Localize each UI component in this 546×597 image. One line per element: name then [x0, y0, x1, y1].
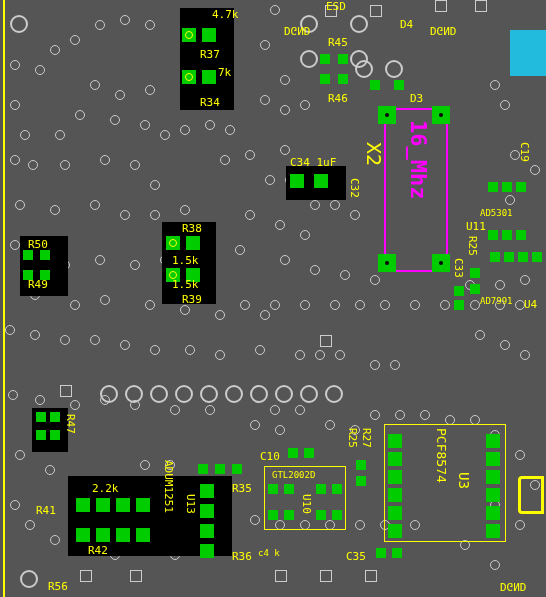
via-square: [275, 570, 287, 582]
via: [145, 20, 155, 30]
via-square: [130, 570, 142, 582]
via: [370, 360, 380, 370]
via-square: [320, 335, 332, 347]
via-large: [325, 385, 343, 403]
via: [530, 165, 540, 175]
via: [180, 305, 190, 315]
u13-pad: [96, 498, 110, 512]
r46-pad: [320, 74, 330, 84]
via: [130, 160, 140, 170]
via-square: [435, 0, 447, 12]
xtal-pad: [378, 254, 396, 272]
u13-pad: [200, 524, 214, 538]
r35-pad: [232, 464, 242, 474]
via: [265, 175, 275, 185]
u13-pad: [200, 504, 214, 518]
dgnd-net-1: DGND: [284, 24, 311, 37]
r47-comp: [32, 408, 68, 452]
via-large: [10, 15, 28, 33]
via: [10, 240, 20, 250]
u3-pad: [388, 506, 402, 520]
via-large: [150, 385, 168, 403]
via: [355, 520, 365, 530]
c10-ref: C10: [260, 450, 280, 463]
via: [50, 45, 60, 55]
r42-ref: R42: [88, 544, 108, 557]
via: [120, 340, 130, 350]
via: [300, 100, 310, 110]
via-square: [370, 5, 382, 17]
via: [500, 100, 510, 110]
u13-ref: U13: [184, 494, 197, 514]
r43-pad: [470, 284, 480, 294]
via: [205, 120, 215, 130]
r47-ref: R47: [64, 414, 77, 434]
via-large: [125, 385, 143, 403]
via: [470, 300, 480, 310]
u11-pad: [516, 230, 526, 240]
via: [70, 300, 80, 310]
via: [5, 325, 15, 335]
via: [90, 200, 100, 210]
via: [70, 35, 80, 45]
via: [20, 130, 30, 140]
u13-part: ADUM1251: [162, 460, 175, 513]
u10-pad: [284, 510, 294, 520]
via: [250, 420, 260, 430]
via: [8, 390, 18, 400]
via: [390, 360, 400, 370]
via: [310, 265, 320, 275]
u3-pad: [486, 470, 500, 484]
via: [150, 210, 160, 220]
u3-pad: [388, 488, 402, 502]
via: [355, 300, 365, 310]
u10-pad: [332, 510, 342, 520]
u3-pad: [486, 524, 500, 538]
via: [145, 300, 155, 310]
via: [280, 105, 290, 115]
via: [275, 425, 285, 435]
r56-ref: R56: [48, 580, 68, 593]
r37-val: 4.7k: [212, 8, 239, 21]
via: [315, 350, 325, 360]
via: [140, 120, 150, 130]
u10-ref: U10: [300, 494, 313, 514]
via: [60, 160, 70, 170]
crystal-ref: X2: [362, 142, 386, 166]
u3-part: PCF8574: [434, 428, 449, 483]
u13-pad: [116, 498, 130, 512]
via: [260, 95, 270, 105]
d3-pad: [394, 80, 404, 90]
r43-pad: [470, 268, 480, 278]
r39-val: 1.5k: [172, 278, 199, 291]
via: [220, 155, 230, 165]
via-large: [385, 60, 403, 78]
d-marker: [518, 476, 544, 514]
via: [45, 465, 55, 475]
dgnd-net-2: DGND: [430, 24, 457, 37]
via: [330, 300, 340, 310]
u10-pad: [284, 484, 294, 494]
c33-ref: C33: [452, 258, 465, 278]
via-square: [365, 570, 377, 582]
r45-ref: R45: [328, 36, 348, 49]
via: [215, 310, 225, 320]
via: [370, 410, 380, 420]
r36-ref: R36: [232, 550, 252, 563]
via: [395, 410, 405, 420]
r35-ref: R35: [232, 482, 252, 495]
via: [10, 100, 20, 110]
dgnd-net-3: DGND: [500, 580, 527, 593]
u3-pad: [486, 452, 500, 466]
r38-val: 1.5k: [172, 254, 199, 267]
u13-pad: [76, 528, 90, 542]
via: [270, 405, 280, 415]
d3-pad: [370, 80, 380, 90]
via: [25, 520, 35, 530]
via: [55, 130, 65, 140]
r46-pad: [338, 74, 348, 84]
r27-ref: R27: [360, 428, 373, 448]
via-large: [275, 385, 293, 403]
via: [185, 345, 195, 355]
r27-pad: [356, 476, 366, 486]
